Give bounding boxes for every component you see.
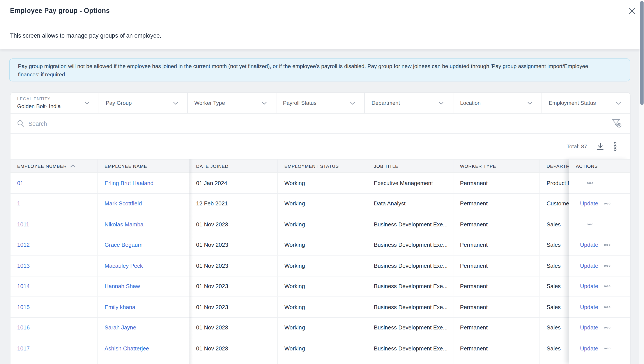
update-link[interactable]: Update bbox=[580, 262, 598, 269]
search-bar: Search bbox=[11, 114, 630, 134]
cell-job-title: Executive Management bbox=[367, 173, 453, 193]
row-menu-button[interactable] bbox=[604, 348, 610, 350]
update-link[interactable]: Update bbox=[580, 283, 598, 290]
row-menu-button[interactable] bbox=[604, 202, 610, 205]
employee-name-link[interactable]: Nikolas Mamba bbox=[104, 221, 143, 228]
chevron-down-icon bbox=[439, 101, 444, 104]
row-actions: Update bbox=[569, 338, 630, 359]
table-row-partial bbox=[11, 359, 630, 364]
cell-employment-status: Working bbox=[278, 318, 367, 338]
row-actions: Update bbox=[569, 256, 630, 276]
column-header-worker-type[interactable]: WORKER TYPE bbox=[453, 160, 540, 172]
cell-employment-status: Working bbox=[278, 297, 367, 317]
row-menu-button[interactable] bbox=[587, 223, 593, 226]
more-options-button[interactable] bbox=[613, 142, 617, 151]
funnel-clear-icon bbox=[612, 119, 622, 128]
employee-name-link[interactable]: Grace Begaum bbox=[104, 242, 142, 248]
row-menu-button[interactable] bbox=[604, 326, 610, 329]
row-menu-button[interactable] bbox=[604, 285, 610, 288]
update-link[interactable]: Update bbox=[580, 200, 598, 207]
filter-payroll-status[interactable]: Payroll Status bbox=[276, 93, 365, 113]
info-banner-line2: finances' if required. bbox=[18, 70, 621, 78]
kebab-horizontal-icon bbox=[604, 285, 610, 288]
row-menu-button[interactable] bbox=[604, 265, 610, 267]
employee-name-link[interactable]: Hannah Shaw bbox=[104, 283, 140, 290]
cell-date-joined: 01 Nov 2023 bbox=[189, 276, 278, 296]
filter-employment-status[interactable]: Employment Status bbox=[542, 93, 630, 113]
employee-name-link[interactable]: Emily khana bbox=[104, 304, 135, 310]
magnifier-icon bbox=[17, 120, 24, 127]
employee-number-link[interactable]: 1 bbox=[17, 200, 20, 207]
row-menu-button[interactable] bbox=[604, 244, 610, 246]
column-header-actions[interactable]: ACTIONS bbox=[569, 159, 630, 173]
row-menu-button[interactable] bbox=[587, 182, 593, 184]
filter-location[interactable]: Location bbox=[454, 93, 542, 113]
cell-job-title: Business Development Exe... bbox=[367, 297, 453, 317]
cell-worker-type: Permanent bbox=[453, 338, 540, 358]
column-header-date-joined[interactable]: DATE JOINED bbox=[189, 160, 278, 172]
kebab-horizontal-icon bbox=[587, 223, 593, 226]
employee-name-link[interactable]: Sarah Jayne bbox=[104, 324, 136, 331]
employee-pay-group-dialog: Employee Pay group - Options This screen… bbox=[0, 0, 644, 364]
table-toolbar: Total: 87 bbox=[11, 134, 630, 159]
cell-employment-status: Working bbox=[278, 194, 367, 214]
close-button[interactable] bbox=[623, 2, 641, 20]
chevron-down-icon bbox=[84, 101, 89, 104]
employee-name-link[interactable]: Mark Scottfield bbox=[104, 200, 142, 207]
filter-bar: LEGAL ENTITY Golden Bolt- India Pay Grou… bbox=[11, 93, 630, 114]
download-icon bbox=[596, 142, 604, 150]
scrollbar-thumb[interactable] bbox=[640, 1, 643, 105]
filter-department[interactable]: Department bbox=[365, 93, 454, 113]
row-actions: Update bbox=[569, 297, 630, 318]
search-input[interactable]: Search bbox=[17, 120, 47, 127]
column-header-employment-status[interactable]: EMPLOYMENT STATUS bbox=[278, 160, 367, 172]
chevron-down-icon bbox=[262, 101, 267, 104]
row-menu-button[interactable] bbox=[604, 306, 610, 308]
employee-number-link[interactable]: 1017 bbox=[17, 345, 30, 352]
update-link[interactable]: Update bbox=[580, 345, 598, 352]
update-link[interactable]: Update bbox=[580, 304, 598, 310]
cell-worker-type: Permanent bbox=[453, 235, 540, 255]
download-button[interactable] bbox=[596, 142, 604, 150]
table-row: 1012 Grace Begaum 01 Nov 2023 Working Bu… bbox=[11, 235, 630, 256]
employee-number-link[interactable]: 1016 bbox=[17, 324, 30, 331]
cell-employment-status: Working bbox=[278, 256, 367, 276]
employee-number-link[interactable]: 1013 bbox=[17, 262, 30, 269]
column-header-employee-name[interactable]: EMPLOYEE NAME bbox=[98, 160, 189, 172]
clear-filters-button[interactable] bbox=[612, 119, 622, 128]
filter-worker-type[interactable]: Worker Type bbox=[188, 93, 276, 113]
cell-date-joined: 01 Nov 2023 bbox=[189, 318, 278, 338]
cell-date-joined: 01 Nov 2023 bbox=[189, 235, 278, 255]
cell-worker-type: Permanent bbox=[453, 297, 540, 317]
employee-number-link[interactable]: 1011 bbox=[17, 221, 29, 228]
cell-job-title: Data Analyst bbox=[367, 194, 453, 214]
search-placeholder: Search bbox=[29, 120, 47, 127]
row-actions bbox=[569, 214, 630, 235]
content-card: LEGAL ENTITY Golden Bolt- India Pay Grou… bbox=[10, 92, 631, 364]
info-banner: Pay group migration will not be allowed … bbox=[9, 58, 630, 82]
employee-number-link[interactable]: 1012 bbox=[17, 242, 30, 248]
row-actions: Update bbox=[569, 235, 630, 256]
cell-worker-type: Permanent bbox=[453, 173, 540, 193]
chevron-down-icon bbox=[173, 101, 178, 104]
column-header-employee-number[interactable]: EMPLOYEE NUMBER bbox=[11, 160, 98, 172]
employee-name-link[interactable]: Erling Brut Haaland bbox=[104, 180, 153, 186]
cell-worker-type: Permanent bbox=[453, 214, 540, 234]
employee-number-link[interactable]: 1014 bbox=[17, 283, 30, 290]
update-link[interactable]: Update bbox=[580, 324, 598, 331]
filter-pay-group[interactable]: Pay Group bbox=[99, 93, 187, 113]
cell-worker-type: Permanent bbox=[453, 194, 540, 214]
update-link[interactable]: Update bbox=[580, 242, 598, 248]
table-row: 1011 Nikolas Mamba 01 Nov 2023 Working B… bbox=[11, 214, 630, 235]
filter-legal-entity[interactable]: LEGAL ENTITY Golden Bolt- India bbox=[11, 93, 99, 113]
cell-job-title: Business Development Exe... bbox=[367, 276, 453, 296]
employee-name-link[interactable]: Ashish Chatterjee bbox=[104, 345, 149, 352]
employee-name-link[interactable]: Macauley Peck bbox=[104, 262, 143, 269]
column-header-job-title[interactable]: JOB TITLE bbox=[367, 160, 453, 172]
dialog-subtitle: This screen allows to manage pay groups … bbox=[0, 22, 644, 49]
cell-date-joined: 01 Nov 2023 bbox=[189, 256, 278, 276]
employee-number-link[interactable]: 1015 bbox=[17, 304, 30, 310]
cell-job-title: Business Development Exe... bbox=[367, 338, 453, 358]
row-actions: Update bbox=[569, 194, 630, 214]
employee-number-link[interactable]: 01 bbox=[17, 180, 24, 186]
